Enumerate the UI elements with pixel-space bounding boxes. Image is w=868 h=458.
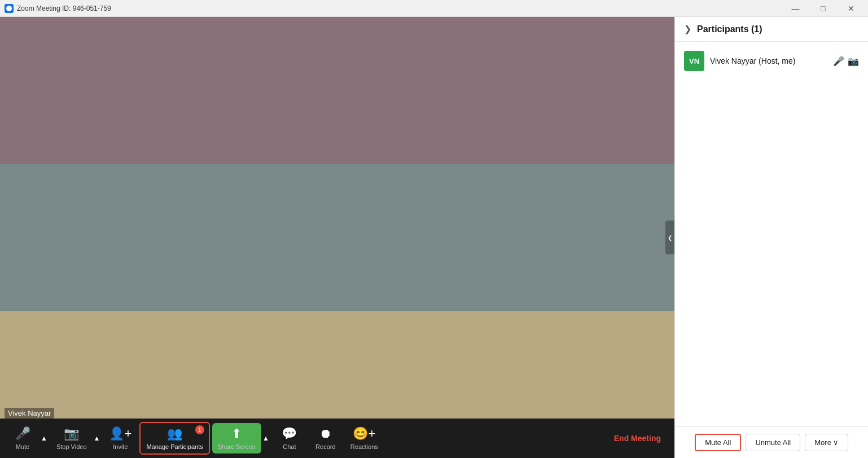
sidebar-collapse-button[interactable]: ❯ [684, 24, 691, 34]
mute-group: 🎤 Mute ▲ [6, 423, 49, 453]
video-chevron[interactable]: ▲ [93, 433, 102, 443]
sidebar-header: ❯ Participants (1) [675, 17, 868, 42]
end-meeting-button[interactable]: End Meeting [606, 429, 669, 447]
share-screen-icon: ⬆ [231, 426, 242, 441]
participant-status-icons: 🎤 📷 [833, 56, 859, 67]
avatar: VN [684, 51, 704, 71]
participant-name-overlay: Vivek Nayyar [5, 408, 54, 419]
zoom-app-icon [5, 4, 14, 13]
participants-badge: 1 [195, 425, 204, 434]
video-area: Vivek Nayyar ❮ 🎤 Mute ▲ 📷 Stop Video ▲ [0, 17, 674, 458]
mute-all-button[interactable]: Mute All [695, 434, 741, 451]
titlebar-controls: — □ ✕ [783, 0, 863, 17]
participant-name: Vivek Nayyar (Host, me) [710, 56, 795, 65]
more-chevron-icon: ∨ [833, 438, 839, 447]
video-group: 📷 Stop Video ▲ [51, 423, 102, 453]
mute-icon: 🎤 [15, 426, 30, 441]
minimize-button[interactable]: — [783, 0, 808, 17]
main-container: Vivek Nayyar ❮ 🎤 Mute ▲ 📷 Stop Video ▲ [0, 17, 868, 458]
stop-video-button[interactable]: 📷 Stop Video [51, 423, 93, 453]
video-band-middle [0, 164, 674, 311]
more-button[interactable]: More ∨ [805, 434, 848, 451]
titlebar-title: Zoom Meeting ID: 946-051-759 [17, 5, 111, 12]
camera-icon: 📷 [848, 56, 859, 67]
share-group: ⬆ Share Screen ▲ [212, 423, 270, 453]
invite-icon: 👤+ [109, 426, 131, 441]
chat-button[interactable]: 💬 Chat [273, 423, 306, 453]
unmute-all-button[interactable]: Unmute All [746, 434, 800, 451]
maximize-button[interactable]: □ [810, 0, 836, 17]
manage-participants-button[interactable]: 👥 Manage Participants 1 [139, 422, 209, 455]
toolbar: 🎤 Mute ▲ 📷 Stop Video ▲ 👤+ Invite [0, 419, 674, 458]
video-main [0, 17, 674, 458]
sidebar-collapse-arrow[interactable]: ❮ [665, 221, 674, 254]
sidebar-footer: Mute All Unmute All More ∨ [675, 426, 868, 458]
titlebar-left: Zoom Meeting ID: 946-051-759 [5, 4, 111, 13]
participants-sidebar: ❯ Participants (1) VN Vivek Nayyar (Host… [674, 17, 868, 458]
chat-icon: 💬 [282, 426, 297, 441]
mute-chevron[interactable]: ▲ [40, 433, 49, 443]
invite-button[interactable]: 👤+ Invite [103, 423, 137, 453]
participant-info: Vivek Nayyar (Host, me) [710, 56, 827, 66]
record-icon: ⏺ [319, 426, 332, 441]
sidebar-title: Participants (1) [697, 24, 762, 34]
titlebar: Zoom Meeting ID: 946-051-759 — □ ✕ [0, 0, 868, 17]
video-icon: 📷 [64, 426, 79, 441]
share-chevron[interactable]: ▲ [261, 433, 270, 443]
reactions-button[interactable]: 😊+ Reactions [345, 423, 384, 453]
close-button[interactable]: ✕ [838, 0, 863, 17]
mute-button[interactable]: 🎤 Mute [6, 423, 40, 453]
mic-icon: 🎤 [833, 56, 844, 67]
participants-icon: 👥 [167, 426, 182, 441]
participants-list: VN Vivek Nayyar (Host, me) 🎤 📷 [675, 42, 868, 426]
participant-item[interactable]: VN Vivek Nayyar (Host, me) 🎤 📷 [675, 46, 868, 76]
share-screen-button[interactable]: ⬆ Share Screen [212, 423, 261, 453]
record-button[interactable]: ⏺ Record [309, 423, 343, 453]
svg-point-0 [6, 6, 12, 11]
video-band-top [0, 17, 674, 164]
reactions-icon: 😊+ [353, 426, 375, 441]
